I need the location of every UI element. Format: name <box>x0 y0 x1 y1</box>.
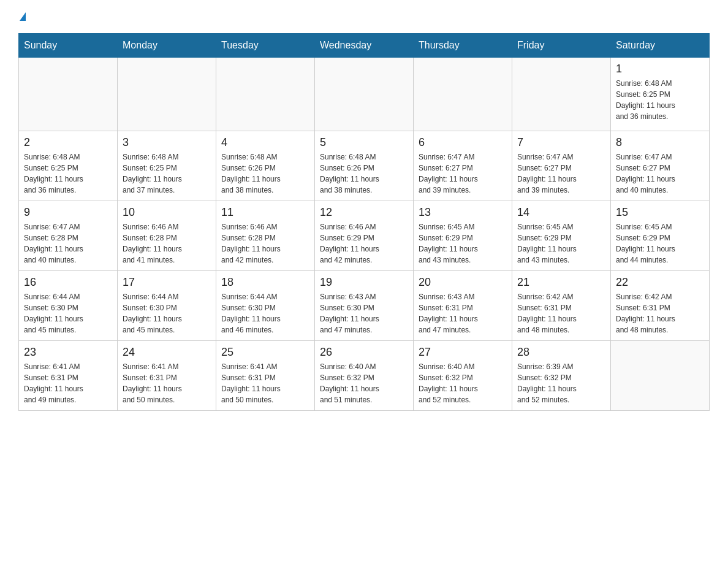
day-header-thursday: Thursday <box>414 34 512 58</box>
day-cell <box>216 58 315 131</box>
day-header-monday: Monday <box>118 34 216 58</box>
day-cell: 10Sunrise: 6:46 AM Sunset: 6:28 PM Dayli… <box>118 201 216 271</box>
day-info: Sunrise: 6:39 AM Sunset: 6:32 PM Dayligh… <box>517 361 605 405</box>
day-number: 8 <box>616 136 704 149</box>
day-number: 26 <box>320 346 408 359</box>
day-number: 18 <box>221 276 309 289</box>
day-number: 17 <box>123 276 211 289</box>
day-number: 21 <box>517 276 605 289</box>
day-cell: 11Sunrise: 6:46 AM Sunset: 6:28 PM Dayli… <box>216 201 315 271</box>
day-cell: 27Sunrise: 6:40 AM Sunset: 6:32 PM Dayli… <box>414 341 512 411</box>
day-cell: 28Sunrise: 6:39 AM Sunset: 6:32 PM Dayli… <box>512 341 611 411</box>
day-cell <box>118 58 216 131</box>
day-number: 3 <box>123 136 211 149</box>
day-cell: 9Sunrise: 6:47 AM Sunset: 6:28 PM Daylig… <box>19 201 118 271</box>
day-info: Sunrise: 6:48 AM Sunset: 6:25 PM Dayligh… <box>616 78 704 122</box>
day-number: 9 <box>24 206 112 219</box>
day-info: Sunrise: 6:42 AM Sunset: 6:31 PM Dayligh… <box>616 291 704 335</box>
day-number: 22 <box>616 276 704 289</box>
header-row: SundayMondayTuesdayWednesdayThursdayFrid… <box>19 34 710 58</box>
day-cell <box>512 58 611 131</box>
day-info: Sunrise: 6:44 AM Sunset: 6:30 PM Dayligh… <box>123 291 211 335</box>
day-info: Sunrise: 6:47 AM Sunset: 6:27 PM Dayligh… <box>517 151 605 196</box>
day-info: Sunrise: 6:40 AM Sunset: 6:32 PM Dayligh… <box>419 361 507 405</box>
week-row-5: 23Sunrise: 6:41 AM Sunset: 6:31 PM Dayli… <box>19 341 710 411</box>
day-info: Sunrise: 6:48 AM Sunset: 6:25 PM Dayligh… <box>123 151 211 196</box>
logo <box>18 12 26 21</box>
day-info: Sunrise: 6:47 AM Sunset: 6:27 PM Dayligh… <box>616 151 704 196</box>
day-cell: 12Sunrise: 6:46 AM Sunset: 6:29 PM Dayli… <box>315 201 414 271</box>
day-cell <box>315 58 414 131</box>
day-cell <box>414 58 512 131</box>
day-cell: 16Sunrise: 6:44 AM Sunset: 6:30 PM Dayli… <box>19 271 118 341</box>
day-cell: 6Sunrise: 6:47 AM Sunset: 6:27 PM Daylig… <box>414 131 512 201</box>
day-number: 13 <box>419 206 507 219</box>
week-row-2: 2Sunrise: 6:48 AM Sunset: 6:25 PM Daylig… <box>19 131 710 201</box>
calendar-table: SundayMondayTuesdayWednesdayThursdayFrid… <box>18 33 710 411</box>
week-row-4: 16Sunrise: 6:44 AM Sunset: 6:30 PM Dayli… <box>19 271 710 341</box>
day-info: Sunrise: 6:43 AM Sunset: 6:31 PM Dayligh… <box>419 291 507 335</box>
day-cell: 5Sunrise: 6:48 AM Sunset: 6:26 PM Daylig… <box>315 131 414 201</box>
day-cell: 8Sunrise: 6:47 AM Sunset: 6:27 PM Daylig… <box>611 131 710 201</box>
day-info: Sunrise: 6:44 AM Sunset: 6:30 PM Dayligh… <box>221 291 309 335</box>
day-info: Sunrise: 6:40 AM Sunset: 6:32 PM Dayligh… <box>320 361 408 405</box>
day-cell: 4Sunrise: 6:48 AM Sunset: 6:26 PM Daylig… <box>216 131 315 201</box>
day-cell <box>611 341 710 411</box>
day-info: Sunrise: 6:46 AM Sunset: 6:29 PM Dayligh… <box>320 221 408 266</box>
day-number: 14 <box>517 206 605 219</box>
week-row-3: 9Sunrise: 6:47 AM Sunset: 6:28 PM Daylig… <box>19 201 710 271</box>
page-header <box>18 12 710 21</box>
day-number: 25 <box>221 346 309 359</box>
week-row-1: 1Sunrise: 6:48 AM Sunset: 6:25 PM Daylig… <box>19 58 710 131</box>
day-cell: 22Sunrise: 6:42 AM Sunset: 6:31 PM Dayli… <box>611 271 710 341</box>
day-cell: 20Sunrise: 6:43 AM Sunset: 6:31 PM Dayli… <box>414 271 512 341</box>
day-cell: 7Sunrise: 6:47 AM Sunset: 6:27 PM Daylig… <box>512 131 611 201</box>
day-number: 12 <box>320 206 408 219</box>
day-number: 5 <box>320 136 408 149</box>
day-number: 2 <box>24 136 112 149</box>
day-cell: 21Sunrise: 6:42 AM Sunset: 6:31 PM Dayli… <box>512 271 611 341</box>
day-info: Sunrise: 6:46 AM Sunset: 6:28 PM Dayligh… <box>221 221 309 266</box>
day-header-sunday: Sunday <box>19 34 118 58</box>
day-header-friday: Friday <box>512 34 611 58</box>
day-number: 28 <box>517 346 605 359</box>
day-cell <box>19 58 118 131</box>
day-info: Sunrise: 6:44 AM Sunset: 6:30 PM Dayligh… <box>24 291 112 335</box>
day-info: Sunrise: 6:45 AM Sunset: 6:29 PM Dayligh… <box>419 221 507 266</box>
day-info: Sunrise: 6:41 AM Sunset: 6:31 PM Dayligh… <box>221 361 309 405</box>
day-number: 16 <box>24 276 112 289</box>
day-info: Sunrise: 6:47 AM Sunset: 6:28 PM Dayligh… <box>24 221 112 266</box>
logo-triangle-icon <box>20 12 26 21</box>
day-info: Sunrise: 6:45 AM Sunset: 6:29 PM Dayligh… <box>616 221 704 266</box>
day-number: 15 <box>616 206 704 219</box>
day-number: 4 <box>221 136 309 149</box>
day-number: 7 <box>517 136 605 149</box>
day-header-wednesday: Wednesday <box>315 34 414 58</box>
day-header-tuesday: Tuesday <box>216 34 315 58</box>
day-cell: 17Sunrise: 6:44 AM Sunset: 6:30 PM Dayli… <box>118 271 216 341</box>
day-info: Sunrise: 6:41 AM Sunset: 6:31 PM Dayligh… <box>123 361 211 405</box>
day-cell: 2Sunrise: 6:48 AM Sunset: 6:25 PM Daylig… <box>19 131 118 201</box>
day-info: Sunrise: 6:42 AM Sunset: 6:31 PM Dayligh… <box>517 291 605 335</box>
day-cell: 14Sunrise: 6:45 AM Sunset: 6:29 PM Dayli… <box>512 201 611 271</box>
day-number: 20 <box>419 276 507 289</box>
day-info: Sunrise: 6:48 AM Sunset: 6:25 PM Dayligh… <box>24 151 112 196</box>
day-cell: 26Sunrise: 6:40 AM Sunset: 6:32 PM Dayli… <box>315 341 414 411</box>
day-cell: 24Sunrise: 6:41 AM Sunset: 6:31 PM Dayli… <box>118 341 216 411</box>
day-info: Sunrise: 6:47 AM Sunset: 6:27 PM Dayligh… <box>419 151 507 196</box>
day-info: Sunrise: 6:43 AM Sunset: 6:30 PM Dayligh… <box>320 291 408 335</box>
day-number: 24 <box>123 346 211 359</box>
day-number: 10 <box>123 206 211 219</box>
day-cell: 23Sunrise: 6:41 AM Sunset: 6:31 PM Dayli… <box>19 341 118 411</box>
day-cell: 25Sunrise: 6:41 AM Sunset: 6:31 PM Dayli… <box>216 341 315 411</box>
day-number: 23 <box>24 346 112 359</box>
day-header-saturday: Saturday <box>611 34 710 58</box>
day-info: Sunrise: 6:48 AM Sunset: 6:26 PM Dayligh… <box>221 151 309 196</box>
day-number: 19 <box>320 276 408 289</box>
day-info: Sunrise: 6:46 AM Sunset: 6:28 PM Dayligh… <box>123 221 211 266</box>
day-cell: 13Sunrise: 6:45 AM Sunset: 6:29 PM Dayli… <box>414 201 512 271</box>
day-cell: 19Sunrise: 6:43 AM Sunset: 6:30 PM Dayli… <box>315 271 414 341</box>
day-info: Sunrise: 6:45 AM Sunset: 6:29 PM Dayligh… <box>517 221 605 266</box>
day-cell: 15Sunrise: 6:45 AM Sunset: 6:29 PM Dayli… <box>611 201 710 271</box>
day-info: Sunrise: 6:41 AM Sunset: 6:31 PM Dayligh… <box>24 361 112 405</box>
